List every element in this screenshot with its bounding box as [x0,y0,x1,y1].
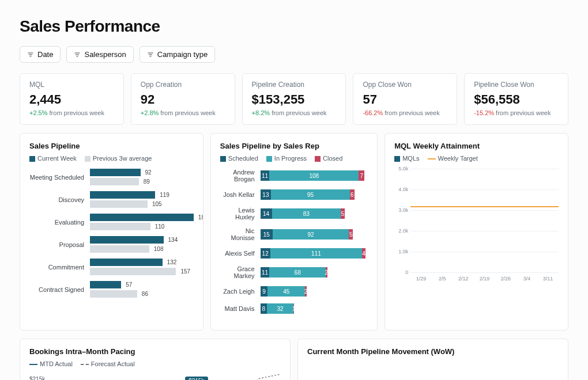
stacked-segment: 111 [270,248,362,259]
kpi-label: Pipeline Close Won [474,81,559,89]
stacked-segment: 11 [261,267,270,278]
rep-name-label: Grace Markey [220,265,261,279]
stacked-segment: 5 [341,208,345,219]
kpi-label: Pipeline Creation [252,81,337,89]
page-title: Sales Performance [20,17,568,36]
x-tick-label: 2/19 [474,273,495,284]
rep-row: Nic Monisse15925 [220,227,368,241]
filter-label: Date [37,50,53,59]
rep-name-label: Matt Davis [220,305,261,312]
bar-category-label: Meeting Scheduled [29,174,90,181]
kpi-value: $153,255 [252,92,337,107]
bar-segment: 105 [90,200,194,208]
chart-sales-pipeline: Sales Pipeline Current WeekPrevious 3w a… [20,133,203,330]
bar-value-label: 119 [157,191,169,199]
kpi-row: MQL2,445+2.5% from previous weekOpp Crea… [20,73,568,125]
bar-row: Meeting Scheduled9289 [29,169,194,185]
bar-category-label: Discovey [29,196,90,203]
bar-value-label: 110 [153,223,165,230]
bar-value-label: 3.8k [434,264,448,270]
stacked-segment: 68 [269,267,326,278]
bar-value-label: 92 [143,169,152,176]
chart-legend: Current WeekPrevious 3w average [29,155,194,162]
bar-row: Discovey119105 [29,191,194,208]
kpi-value: 2,445 [29,92,114,107]
kpi-label: MQL [29,81,114,89]
legend-item: Forecast Actual [81,360,135,367]
bar-segment: 108 [90,245,194,253]
chart-legend: MQLsWeekly Target [394,155,559,162]
bar-value-label: 3.8k [521,264,535,270]
y-tick-label: 4.0k [394,187,408,192]
rep-row: Grace Markey11682 [220,265,368,279]
bar-segment: 119 [90,191,194,199]
stacked-segment: 14 [261,208,272,219]
bar-value-label: 3.7k [499,264,514,270]
kpi-value: 92 [141,92,225,107]
stacked-segment: 11 [261,170,270,181]
filter-label: Salesperson [84,50,126,59]
bar-value-label: 4.1k [456,264,470,270]
filter-chip-date[interactable]: Date [20,46,61,63]
stacked-segment: 95 [271,189,349,200]
chart-legend: ScheduledIn ProgressClosed [220,155,368,162]
bar-value-label: 189 [196,214,203,221]
bar-segment: 89 [90,178,194,185]
filter-label: Campaign type [157,50,208,59]
chart-mql-weekly: MQL Weekly Attainment MQLsWeekly Target … [385,133,568,330]
kpi-card-opp-creation: Opp Creation92+2.8% from previous week [131,73,235,125]
y-tick: $215k [29,376,45,380]
stacked-segment: 92 [273,229,349,240]
filter-chip-campaign-type[interactable]: Campaign type [140,46,215,63]
bar-value-label: 3.9k [413,264,427,270]
bookings-svg [55,374,281,380]
chart-wow-movement: Current Month Pipeline Movement (WoW) $4… [297,339,568,380]
bar-segment: 86 [90,290,194,298]
bar-segment: 57 [90,281,194,288]
x-tick-label: 1/29 [410,273,432,284]
chart-title: Sales Pipeline by Sales Rep [220,142,368,150]
chart-bookings-pacing: Bookings Intra–Month Pacing MTD ActualFo… [20,339,291,380]
chart-legend: MTD ActualForecast Actual [29,360,281,367]
bar-value-label: 105 [150,200,162,208]
rep-row: Lewis Huxley14835 [220,207,368,221]
kpi-delta: -15.2% from previous week [474,109,559,116]
legend-item: MQLs [394,155,419,162]
rep-name-label: Nic Monisse [220,227,261,241]
bar-value-label: 132 [165,259,177,266]
chart-title: MQL Weekly Attainment [394,142,559,150]
bar-segment: 189 [90,214,194,221]
y-tick-label: 1.0k [394,249,408,254]
kpi-delta: -66.2% from previous week [363,109,447,116]
chart-title: Sales Pipeline [29,142,194,150]
chart-title: Bookings Intra–Month Pacing [29,347,281,356]
kpi-card-pipeline-close-won: Pipeline Close Won$56,558-15.2% from pre… [464,73,568,125]
bar-value-label: 57 [123,281,132,288]
kpi-card-pipeline-creation: Pipeline Creation$153,255+8.2% from prev… [242,73,346,125]
bar-segment: 132 [90,259,194,266]
chart-pipeline-by-rep: Sales Pipeline by Sales Rep ScheduledIn … [210,133,378,330]
stacked-segment: 45 [267,286,305,297]
legend-item: MTD Actual [29,360,73,367]
kpi-value: $56,558 [474,92,559,107]
filter-chip-salesperson[interactable]: Salesperson [66,46,133,63]
y-tick-label: 2.0k [394,228,408,234]
x-tick-label: 2/12 [453,273,474,284]
x-tick-label: 2/5 [432,273,453,284]
rep-name-label: Zach Leigh [220,288,261,295]
filter-icon [27,51,34,58]
filters-row: DateSalespersonCampaign type [20,46,568,63]
stacked-segment: 8 [261,303,267,314]
rep-row: Josh Kellar13956 [220,189,368,200]
kpi-delta: +8.2% from previous week [252,109,337,116]
chart-title: Current Month Pipeline Movement (WoW) [307,347,559,356]
stacked-segment: 7 [359,170,364,181]
bar-category-label: Evaluating [29,219,90,226]
stacked-segment: 13 [261,189,272,200]
bar-row: Proposal134108 [29,236,194,253]
kpi-label: Opp Close Won [363,81,447,89]
stacked-segment: 5 [349,229,353,240]
stacked-segment: 6 [350,189,355,200]
kpi-card-opp-close-won: Opp Close Won57-66.2% from previous week [353,73,457,125]
stacked-segment: 15 [261,229,273,240]
